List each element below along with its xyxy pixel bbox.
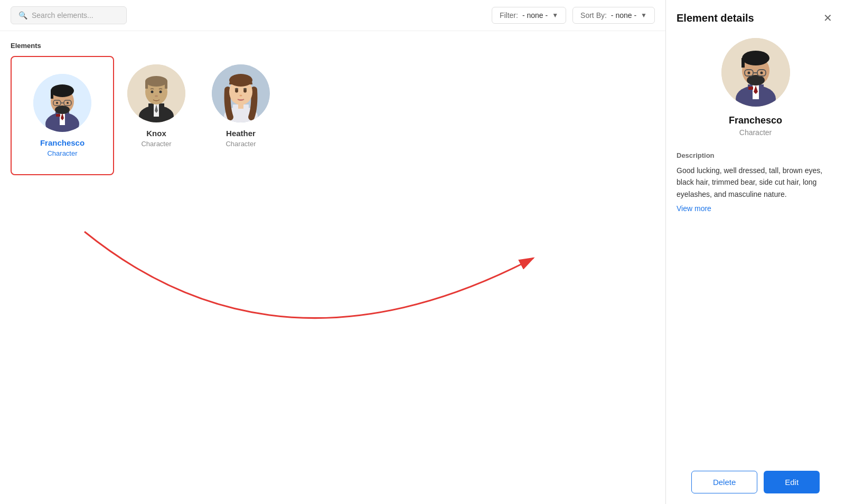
character-name-heather: Heather [226,129,256,138]
detail-avatar-svg [721,38,790,107]
svg-point-24 [151,91,154,93]
character-name-franchesco: Franchesco [40,138,84,147]
svg-point-32 [235,89,238,93]
svg-point-13 [56,102,58,104]
knox-avatar-svg [127,64,185,122]
svg-rect-42 [748,87,753,90]
search-icon: 🔍 [18,11,27,20]
svg-point-33 [243,89,247,93]
search-box[interactable]: 🔍 Search elements... [11,6,127,24]
detail-character-type: Character [677,128,834,137]
chevron-down-icon-sort: ▼ [641,12,647,19]
svg-point-25 [159,91,162,93]
main-area: 🔍 Search elements... Filter: - none - ▼ … [0,0,665,504]
svg-point-26 [155,95,158,97]
characters-grid: Franchesco Character [11,56,283,175]
filter-value: - none - [522,11,548,20]
search-placeholder: Search elements... [32,11,93,20]
character-card-heather[interactable]: Heather Character [199,56,283,156]
character-type-heather: Character [226,140,256,148]
franchesco-avatar-svg [33,74,91,132]
character-type-knox: Character [141,140,171,148]
view-more-link[interactable]: View more [677,204,834,213]
character-card-knox[interactable]: Knox Character [114,56,199,156]
avatar-heather [212,64,270,122]
character-type-franchesco: Character [47,149,77,157]
description-label: Description [677,151,834,159]
sort-label: Sort By: [580,11,607,20]
svg-point-21 [145,76,167,87]
chevron-down-icon: ▼ [552,12,558,19]
detail-avatar [721,38,790,107]
toolbar: 🔍 Search elements... Filter: - none - ▼ … [0,0,665,31]
toolbar-right: Filter: - none - ▼ Sort By: - none - ▼ [492,7,655,24]
elements-section: Elements [11,42,283,175]
svg-rect-5 [56,114,60,117]
svg-point-9 [55,106,70,114]
svg-rect-35 [238,102,243,109]
filter-dropdown[interactable]: Filter: - none - ▼ [492,7,566,24]
edit-button[interactable]: Edit [764,471,820,493]
character-card-franchesco[interactable]: Franchesco Character [20,65,105,166]
selected-element-group: Franchesco Character [11,56,114,175]
avatar-franchesco [33,74,91,132]
svg-rect-8 [51,91,53,99]
heather-avatar-svg [212,64,270,122]
panel-header: Element details ✕ [677,11,834,25]
svg-point-14 [67,102,69,104]
detail-character-name: Franchesco [677,115,834,126]
content-area: Elements [0,31,665,504]
svg-rect-45 [741,58,745,68]
sort-dropdown[interactable]: Sort By: - none - ▼ [572,7,655,24]
panel-title: Element details [677,12,754,24]
description-text: Good lucking, well dressed, tall, brown … [677,165,834,200]
character-name-knox: Knox [146,129,166,138]
svg-point-46 [747,75,765,85]
avatar-knox [127,64,185,122]
svg-point-7 [51,84,74,97]
svg-rect-22 [145,81,148,89]
delete-button[interactable]: Delete [691,471,757,493]
filter-label: Filter: [500,11,518,20]
svg-rect-23 [165,81,167,89]
elements-label: Elements [11,42,283,50]
close-button[interactable]: ✕ [821,11,834,25]
sort-value: - none - [611,11,636,20]
svg-point-44 [742,51,769,65]
element-details-panel: Element details ✕ [665,0,845,504]
svg-point-50 [747,72,750,74]
svg-point-34 [240,95,242,97]
svg-point-51 [760,72,763,74]
panel-footer: Delete Edit [677,460,834,493]
